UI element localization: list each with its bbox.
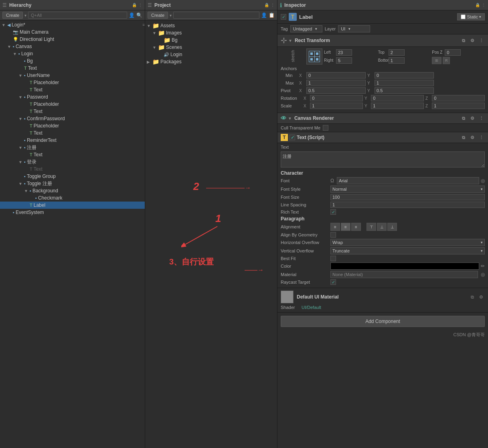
rect-menu-icon[interactable]: ⋮ — [478, 37, 485, 44]
rot-x-input[interactable] — [310, 95, 363, 101]
align-geo-checkbox[interactable] — [330, 232, 336, 238]
hierarchy-item-zhuce[interactable]: ▼ ▪ 注册 — [0, 144, 145, 151]
max-x-input[interactable] — [306, 80, 366, 86]
project-create-dropdown-icon[interactable]: ▾ — [170, 13, 172, 18]
layer-dropdown[interactable]: UI ▾ — [338, 25, 370, 32]
line-spacing-input[interactable] — [330, 202, 485, 208]
hierarchy-item-eventsystem[interactable]: ▪ EventSystem — [0, 209, 145, 216]
scale-z-input[interactable] — [432, 103, 485, 109]
anchor-preview[interactable] — [306, 48, 322, 65]
hierarchy-item-text3[interactable]: T Text — [0, 108, 145, 115]
max-y-input[interactable] — [375, 80, 434, 86]
hierarchy-menu2-icon[interactable]: ⋮ — [138, 3, 142, 7]
hierarchy-item-background[interactable]: ▼ ▪ Background — [0, 187, 145, 194]
raycast-checkbox[interactable] — [330, 279, 336, 285]
align-top-btn[interactable]: ⊤ — [367, 223, 376, 231]
hierarchy-item-placeholder2[interactable]: T Placeholder — [0, 101, 145, 108]
min-y-input[interactable] — [375, 72, 434, 79]
bottom-input[interactable] — [389, 57, 405, 64]
text-copy-icon[interactable]: ⧉ — [460, 134, 467, 141]
rect-copy-icon[interactable]: ⧉ — [460, 37, 467, 44]
v-overflow-dropdown[interactable]: Truncate ▾ — [330, 247, 485, 254]
static-checkbox[interactable] — [461, 14, 466, 19]
project-menu-icon[interactable]: ☰ — [148, 2, 152, 8]
project-item-login-scene[interactable]: 🔊 Login — [145, 51, 277, 58]
cull-checkbox[interactable] — [323, 125, 328, 131]
pivot-x-input[interactable] — [306, 87, 366, 94]
text-value-area[interactable]: 注册 — [281, 151, 485, 167]
hierarchy-item-text1[interactable]: T Text — [0, 65, 145, 72]
text-script-active-checkbox[interactable] — [290, 135, 295, 140]
hierarchy-item-username[interactable]: ▼ ▪ UserName — [0, 72, 145, 79]
project-item-scenes[interactable]: ▼ 📁 Scenes — [145, 44, 277, 51]
scale-x-input[interactable] — [310, 103, 363, 109]
project-lock-icon[interactable]: 🔒 — [264, 3, 269, 7]
anchor-grid-icon[interactable]: ⊞ — [432, 57, 441, 64]
static-dropdown-icon[interactable]: ▾ — [479, 15, 481, 19]
project-create-button[interactable]: Create — [148, 12, 168, 19]
tag-dropdown[interactable]: Untagged ▾ — [290, 25, 322, 32]
hierarchy-item-checkmark[interactable]: ▪ Checkmark — [0, 194, 145, 202]
font-size-input[interactable] — [330, 194, 485, 200]
align-bottom-btn[interactable]: ⊥ — [387, 223, 397, 231]
font-select-icon[interactable]: ◎ — [481, 178, 485, 184]
obj-active-checkbox[interactable] — [281, 14, 286, 20]
color-edit-icon[interactable]: ✏ — [481, 263, 485, 269]
hierarchy-create-button[interactable]: Create — [2, 12, 23, 19]
hierarchy-item-text6[interactable]: T Text — [0, 165, 145, 173]
shader-value[interactable]: UI/Default — [302, 305, 321, 310]
hierarchy-item-confirmpassword[interactable]: ▼ ▪ ConfirmPassword — [0, 115, 145, 122]
material-select-icon[interactable]: ◎ — [481, 272, 485, 277]
project-menu2-icon[interactable]: ⋮ — [271, 3, 275, 7]
align-left-btn[interactable]: ≡ — [330, 223, 340, 231]
pivot-y-input[interactable] — [375, 87, 434, 94]
hierarchy-search-input[interactable] — [28, 12, 127, 19]
project-search-input[interactable] — [173, 12, 259, 19]
canvas-copy-icon[interactable]: ⧉ — [460, 115, 467, 122]
left-input[interactable] — [336, 49, 352, 56]
align-right-btn[interactable]: ≡ — [351, 223, 361, 231]
hierarchy-item-text2[interactable]: T Text — [0, 86, 145, 93]
inspector-menu-icon[interactable]: ⋮ — [482, 3, 486, 7]
add-component-button[interactable]: Add Component — [281, 316, 485, 327]
canvas-renderer-header[interactable]: 👁 ▼ Canvas Renderer ⧉ ⚙ ⋮ — [277, 113, 488, 124]
hierarchy-item-login[interactable]: ▼ ▪ Login — [0, 50, 145, 57]
canvas-menu-icon[interactable]: ⋮ — [478, 115, 485, 122]
text-script-header[interactable]: T Text (Script) ⧉ ⚙ ⋮ — [277, 132, 488, 143]
color-swatch[interactable] — [330, 262, 479, 270]
best-fit-checkbox[interactable] — [330, 256, 336, 261]
top-input[interactable] — [389, 49, 405, 56]
hierarchy-item-canvas[interactable]: ▼ ▪ Canvas — [0, 43, 145, 50]
hierarchy-create-dropdown-icon[interactable]: ▾ — [24, 13, 26, 18]
hierarchy-item-text5[interactable]: T Text — [0, 151, 145, 158]
font-style-dropdown[interactable]: Normal ▾ — [330, 186, 485, 193]
font-input[interactable] — [337, 177, 479, 184]
hierarchy-item-text4[interactable]: T Text — [0, 129, 145, 137]
hierarchy-item-label[interactable]: T Label — [0, 202, 145, 209]
min-x-input[interactable] — [306, 72, 366, 79]
align-center-btn[interactable]: ≡ — [341, 223, 350, 231]
hierarchy-item-placeholder3[interactable]: T Placeholder — [0, 122, 145, 129]
h-overflow-dropdown[interactable]: Wrap ▾ — [330, 239, 485, 246]
hierarchy-item-login-scene[interactable]: ▼ ◀ Login* = — [0, 21, 145, 28]
project-item-assets[interactable]: ▼ 📁 Assets — [145, 22, 277, 29]
hierarchy-item-remindertext[interactable]: ▪ ReminderText — [0, 137, 145, 144]
project-item-packages[interactable]: ▶ 📁 Packages — [145, 58, 277, 65]
text-edit-icon[interactable]: ⚙ — [469, 134, 476, 141]
static-button[interactable]: Static ▾ — [457, 13, 485, 20]
hierarchy-item-directional-light[interactable]: 💡 Directional Light — [0, 36, 145, 43]
rot-y-input[interactable] — [371, 95, 424, 101]
hierarchy-item-toggle-group[interactable]: ▪ Toggle Group — [0, 173, 145, 180]
canvas-edit-icon[interactable]: ⚙ — [469, 115, 476, 122]
hierarchy-lock-icon[interactable]: 🔒 — [132, 3, 137, 7]
hierarchy-item-password[interactable]: ▼ ▪ Password — [0, 93, 145, 101]
rich-text-checkbox[interactable] — [330, 209, 336, 215]
hierarchy-item-placeholder1[interactable]: T Placeholder — [0, 79, 145, 86]
posz-input[interactable] — [445, 49, 461, 56]
rect-edit-icon[interactable]: ⚙ — [469, 37, 476, 44]
project-item-bg[interactable]: 📁 Bg — [145, 36, 277, 44]
text-menu-icon[interactable]: ⋮ — [478, 134, 485, 141]
hierarchy-item-main-camera[interactable]: 📷 Main Camera — [0, 28, 145, 36]
hierarchy-item-toggle-zhuce[interactable]: ▼ ▪ Toggle 注册 — [0, 180, 145, 187]
rot-z-input[interactable] — [432, 95, 485, 101]
